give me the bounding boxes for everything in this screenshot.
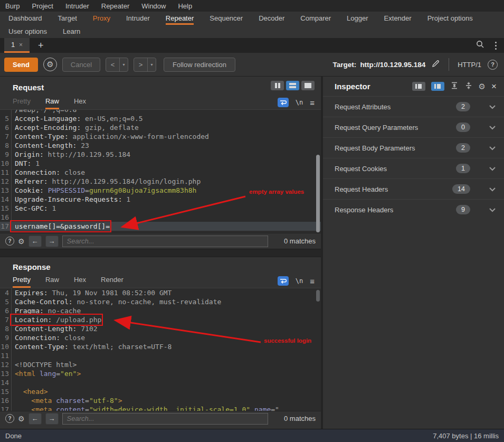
tab-pretty[interactable]: Pretty [13, 97, 31, 109]
layout-columns-button[interactable] [271, 81, 284, 90]
next-request-button[interactable]: > ▾ [134, 58, 156, 72]
count-badge: 0 [456, 123, 470, 132]
code-line: 11Connection: close [0, 168, 321, 177]
soft-wrap-icon[interactable] [278, 98, 289, 107]
tab-learn[interactable]: Learn [63, 25, 80, 38]
tab-raw[interactable]: Raw [45, 97, 59, 109]
close-tab-icon[interactable]: × [19, 41, 23, 49]
token: /webp,*/*;q=0.8 [15, 109, 77, 114]
repeater-tab-1[interactable]: 1 × [4, 38, 30, 53]
chevron-down-icon[interactable] [489, 144, 496, 152]
request-editor[interactable]: /webp,*/*;q=0.85Accept-Language: en-US,e… [0, 109, 321, 233]
token: Accept-Encoding: [15, 124, 81, 131]
tab-render[interactable]: Render [101, 276, 123, 288]
newline-chars-icon[interactable]: \n [296, 277, 303, 285]
tab-project-options[interactable]: Project options [427, 12, 473, 25]
tab-hex[interactable]: Hex [74, 97, 86, 109]
search-help-icon[interactable]: ? [5, 237, 14, 246]
search-help-icon[interactable]: ? [5, 414, 14, 423]
next-dropdown-icon[interactable]: ▾ [147, 58, 156, 71]
menu-repeater[interactable]: Repeater [101, 2, 129, 10]
next-match-button[interactable]: → [45, 236, 59, 247]
response-editor[interactable]: 4Expires: Thu, 19 Nov 1981 08:52:00 GMT5… [0, 288, 321, 411]
help-icon[interactable]: ? [488, 60, 498, 70]
request-search-input[interactable] [62, 236, 268, 247]
hamburger-menu-icon[interactable]: ≡ [310, 98, 315, 107]
response-scrollbar-thumb[interactable] [316, 290, 320, 302]
chevron-down-icon[interactable] [489, 185, 496, 193]
prev-request-button[interactable]: < ▾ [106, 58, 128, 72]
tab-raw[interactable]: Raw [45, 276, 59, 288]
tab-hex[interactable]: Hex [74, 276, 86, 288]
code-line: 8Content-Length: 7102 [0, 324, 321, 333]
inspector-settings-gear-icon[interactable]: ⚙ [479, 82, 486, 91]
next-match-button[interactable]: → [45, 413, 59, 425]
panel-splitter[interactable] [0, 249, 321, 257]
inspector-section-request-attributes[interactable]: Request Attributes2 [323, 96, 504, 117]
tab-repeater[interactable]: Repeater [166, 12, 194, 25]
expand-all-icon[interactable] [450, 81, 459, 92]
hamburger-menu-icon[interactable]: ≡ [310, 277, 315, 286]
code-line: 6Pragma: no-cache [0, 306, 321, 315]
chevron-down-icon[interactable] [489, 124, 496, 131]
prev-match-button[interactable]: ← [28, 413, 42, 425]
collapse-all-icon[interactable] [464, 81, 473, 92]
menu-intruder[interactable]: Intruder [65, 2, 89, 10]
tab-user-options[interactable]: User options [8, 25, 47, 38]
menu-project[interactable]: Project [32, 2, 53, 10]
tab-logger[interactable]: Logger [347, 12, 368, 25]
close-icon[interactable]: × [491, 81, 497, 92]
inspector-section-request-query-parameters[interactable]: Request Query Parameters0 [323, 117, 504, 137]
request-scrollbar-thumb[interactable] [316, 155, 320, 232]
code-text: Upgrade-Insecure-Requests: 1 [12, 195, 130, 204]
token: = [85, 406, 89, 411]
inspector-section-response-headers[interactable]: Response Headers9 [323, 199, 504, 220]
inspector-section-request-headers[interactable]: Request Headers14 [323, 178, 504, 199]
send-settings-gear-icon[interactable]: ⚙ [43, 58, 57, 71]
inspector-dock-left-button[interactable] [412, 82, 425, 91]
tab-comparer[interactable]: Comparer [300, 12, 331, 25]
newline-chars-icon[interactable]: \n [296, 99, 303, 106]
http-version-selector[interactable]: HTTP/1 [458, 61, 481, 69]
code-line: 5Cache-Control: no-store, no-cache, must… [0, 297, 321, 306]
layout-single-button[interactable] [301, 81, 315, 90]
tab-decoder[interactable]: Decoder [259, 12, 284, 25]
edit-target-pencil-icon[interactable] [431, 59, 440, 70]
tab-proxy[interactable]: Proxy [93, 12, 110, 25]
chevron-down-icon[interactable] [489, 165, 496, 173]
menu-burp[interactable]: Burp [5, 2, 20, 10]
add-tab-button[interactable]: + [38, 40, 44, 51]
tab-intruder[interactable]: Intruder [126, 12, 150, 25]
chevron-down-icon[interactable] [489, 103, 496, 111]
search-settings-gear-icon[interactable]: ⚙ [18, 415, 25, 423]
code-text: DNT: 1 [12, 159, 40, 168]
send-button[interactable]: Send [4, 58, 38, 72]
line-number: 6 [0, 123, 12, 132]
layout-rows-button[interactable] [286, 81, 299, 90]
search-settings-gear-icon[interactable]: ⚙ [18, 237, 25, 246]
chevron-down-icon[interactable] [489, 206, 496, 214]
next-arrow-label[interactable]: > [134, 58, 147, 71]
prev-arrow-label[interactable]: < [106, 58, 119, 71]
prev-dropdown-icon[interactable]: ▾ [119, 58, 128, 71]
kebab-menu-icon[interactable] [495, 42, 497, 50]
follow-redirection-button[interactable]: Follow redirection [164, 58, 235, 72]
cancel-button[interactable]: Cancel [62, 58, 100, 72]
tab-dashboard[interactable]: Dashboard [8, 12, 42, 25]
inspector-dock-right-button[interactable] [431, 82, 444, 91]
inspector-section-request-body-parameters[interactable]: Request Body Parameters2 [323, 137, 504, 158]
soft-wrap-icon[interactable] [278, 276, 289, 286]
tab-extender[interactable]: Extender [384, 12, 412, 25]
prev-match-button[interactable]: ← [28, 236, 42, 247]
response-search-input[interactable] [62, 413, 268, 425]
line-number: 11 [0, 168, 12, 177]
tab-pretty[interactable]: Pretty [13, 276, 31, 288]
section-label: Request Headers [335, 185, 452, 193]
menu-window[interactable]: Window [141, 2, 166, 10]
tab-target[interactable]: Target [58, 12, 77, 25]
line-number: 12 [0, 177, 12, 186]
tab-sequencer[interactable]: Sequencer [210, 12, 243, 25]
menu-help[interactable]: Help [178, 2, 192, 10]
inspector-section-request-cookies[interactable]: Request Cookies1 [323, 158, 504, 178]
search-icon[interactable] [476, 40, 484, 51]
